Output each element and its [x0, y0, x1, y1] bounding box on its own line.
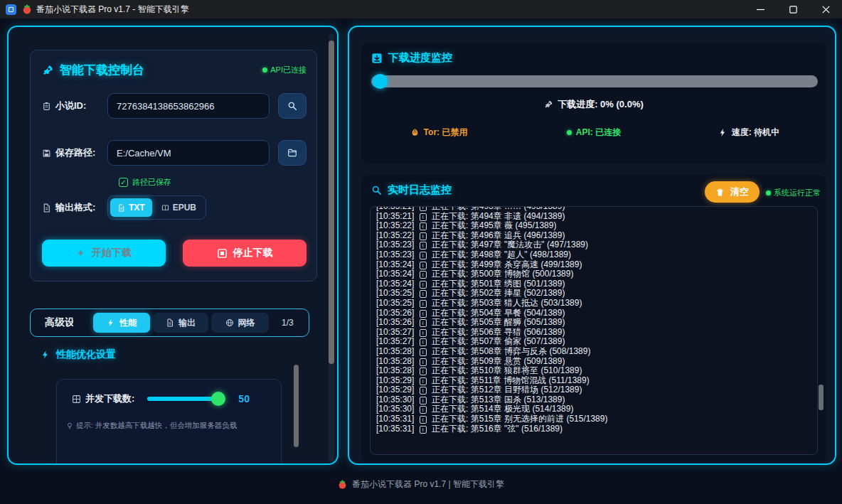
performance-section-title: 性能优化设置: [41, 348, 116, 361]
stop-icon: [217, 248, 228, 259]
tab-network[interactable]: 网络: [211, 313, 269, 333]
output-format-label: 输出格式:: [42, 201, 107, 214]
output-format-row: 输出格式: TXT EPUB: [42, 195, 206, 220]
info-icon: i: [420, 232, 427, 240]
log-line: [10:35:28] i 正在下载: 第509章 悬赏 (509/1389): [376, 357, 811, 367]
novel-id-label: 小说ID:: [42, 100, 107, 112]
log-line: [10:35:21] i 正在下载: 第494章 非遗 (494/1389): [376, 212, 811, 222]
info-icon: i: [420, 406, 427, 414]
log-line: [10:35:24] i 正在下载: 第499章 杀穿高速 (499/1389): [376, 260, 811, 270]
info-icon: i: [420, 397, 427, 404]
info-icon: i: [420, 377, 427, 385]
save-path-row: 保存路径:: [42, 140, 307, 166]
console-title: 智能下载控制台: [60, 62, 144, 78]
novel-id-row: 小说ID:: [42, 93, 307, 119]
progress-card-header: 下载进度监控: [371, 51, 452, 65]
concurrency-value: 50: [238, 393, 250, 404]
download-box-icon: [371, 53, 383, 64]
info-icon: i: [420, 348, 427, 356]
green-status-dot: [567, 130, 572, 135]
log-line: [10:35:27] i 正在下载: 第506章 寻猎 (506/1389): [376, 328, 811, 338]
info-icon: i: [420, 319, 427, 327]
info-icon: i: [420, 368, 427, 375]
bolt-icon: [41, 350, 50, 360]
app-logo-icon: [6, 4, 16, 15]
status-row: Tor: 已禁用 API: 已连接 速度: 待机中: [361, 127, 826, 139]
log-line: [10:35:28] i 正在下载: 第510章 狼群将至 (510/1389): [376, 366, 811, 376]
save-path-label: 保存路径:: [42, 146, 107, 159]
window-title: 番茄小说下载器 Pro v1.7 - 智能下载引擎: [36, 4, 189, 16]
bolt-icon: [76, 248, 86, 258]
log-card: 实时日志监控 清空 系统运行正常 [10:35:21] i 正在下载: 第493…: [361, 175, 826, 462]
tab-page-indicator: 1/3: [282, 318, 294, 328]
green-status-dot: [766, 191, 771, 195]
tor-status: Tor: 已禁用: [361, 127, 516, 139]
log-line: [10:35:23] i 正在下载: 第498章 "超人" (498/1389): [376, 250, 811, 260]
log-line: [10:35:26] i 正在下载: 第505章 醒狮 (505/1389): [376, 318, 811, 328]
info-icon: i: [420, 290, 427, 298]
api-connected-badge: API已连接: [262, 65, 307, 75]
rocket-icon: [42, 64, 54, 76]
start-download-button[interactable]: 开始下载: [42, 240, 166, 267]
clear-log-button[interactable]: 清空: [705, 181, 760, 203]
tab-performance[interactable]: 性能: [93, 313, 150, 333]
concurrency-row: 并发下载数: 50: [72, 392, 250, 405]
log-line: [10:35:29] i 正在下载: 第511章 博物馆混战 (511/1389…: [376, 376, 811, 386]
log-box[interactable]: [10:35:21] i 正在下载: 第493章 …… (493/1389)[1…: [370, 206, 818, 455]
folder-icon: [287, 148, 297, 158]
format-epub-tab[interactable]: EPUB: [154, 198, 203, 217]
grid-icon: [72, 395, 81, 404]
bulb-icon: [66, 422, 73, 429]
log-line: [10:35:31] i 正在下载: 第516章 "弦" (516/1389): [376, 424, 811, 434]
rocket-icon: [544, 100, 553, 109]
tomato-icon: [22, 4, 32, 14]
speed-status: 速度: 待机中: [671, 127, 826, 139]
bolt-icon: [107, 318, 115, 327]
trash-icon: [715, 188, 725, 197]
format-txt-tab[interactable]: TXT: [110, 198, 152, 217]
slider-thumb[interactable]: [211, 392, 225, 406]
log-line: [10:35:30] i 正在下载: 第513章 国杀 (513/1389): [376, 395, 811, 405]
tomato-icon: [338, 480, 347, 489]
panel-scrollbar-thumb[interactable]: [329, 41, 334, 364]
progress-thumb: [373, 74, 388, 89]
log-line: [10:35:24] i 正在下载: 第500章 博物馆 (500/1389): [376, 269, 811, 279]
window-controls: [744, 0, 842, 18]
log-line: [10:35:22] i 正在下载: 第495章 薇 (495/1389): [376, 221, 811, 231]
log-line: [10:35:23] i 正在下载: 第497章 "魔法攻击" (497/138…: [376, 240, 811, 250]
path-saved-checkbox[interactable]: ✓: [119, 178, 128, 187]
globe-icon: [225, 318, 234, 327]
api-status: API: 已连接: [516, 127, 671, 139]
concurrency-tip: 提示: 并发数越高下载越快，但会增加服务器负载: [66, 421, 237, 431]
close-button[interactable]: [809, 0, 842, 18]
log-line: [10:35:29] i 正在下载: 第512章 目野猎场 (512/1389): [376, 385, 811, 395]
info-icon: i: [420, 206, 427, 211]
stop-download-button[interactable]: 停止下载: [183, 240, 307, 267]
section-scrollbar-thumb[interactable]: [294, 365, 299, 447]
console-card: 智能下载控制台 API已连接 小说ID: 保存路径:: [30, 50, 317, 282]
system-status: 系统运行正常: [766, 188, 821, 198]
log-scrollbar-thumb[interactable]: [819, 385, 824, 410]
log-line: [10:35:26] i 正在下载: 第504章 早餐 (504/1389): [376, 309, 811, 318]
search-novel-button[interactable]: [278, 93, 307, 119]
magnifier-icon: [371, 185, 382, 195]
log-line: [10:35:25] i 正在下载: 第502章 捧星 (502/1389): [376, 289, 811, 299]
concurrency-slider[interactable]: [147, 397, 218, 401]
progress-title: 下载进度监控: [388, 51, 452, 65]
advanced-settings-label: 高级设置: [45, 316, 73, 329]
info-icon: i: [420, 387, 427, 395]
info-icon: i: [420, 338, 427, 346]
concurrency-label: 并发下载数:: [72, 392, 134, 405]
progress-card: 下载进度监控 下载进度: 0% (0.0%) Tor: 已禁用 API: 已连接…: [361, 43, 826, 163]
maximize-button[interactable]: [777, 0, 809, 18]
log-line: [10:35:25] i 正在下载: 第503章 猎人抵达 (503/1389): [376, 299, 811, 309]
info-icon: i: [420, 213, 427, 221]
search-icon: [287, 101, 297, 111]
save-path-input[interactable]: [107, 140, 270, 166]
minimize-button[interactable]: [744, 0, 777, 18]
browse-folder-button[interactable]: [278, 140, 307, 166]
info-icon: i: [420, 242, 427, 250]
bolt-icon: [718, 128, 728, 137]
tab-output[interactable]: 输出: [153, 313, 208, 333]
novel-id-input[interactable]: [107, 93, 270, 119]
